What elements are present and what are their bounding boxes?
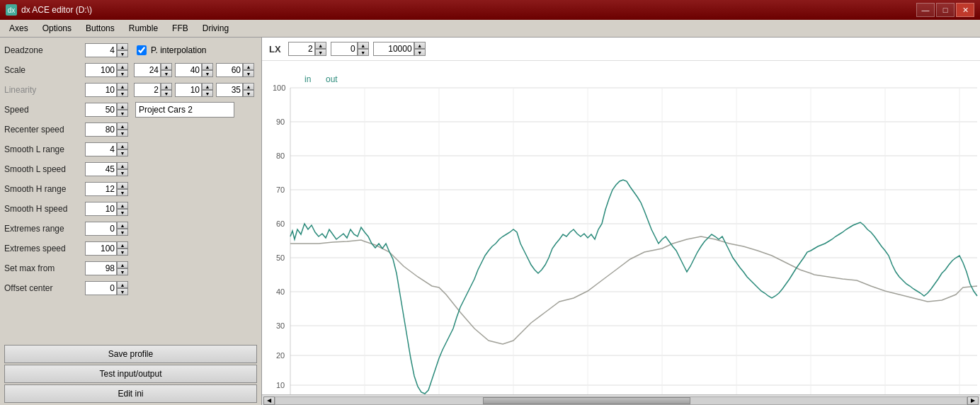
le3-down[interactable]: ▼ bbox=[243, 90, 254, 97]
oc-up[interactable]: ▲ bbox=[117, 281, 128, 288]
scale-up[interactable]: ▲ bbox=[117, 63, 128, 70]
sls-up[interactable]: ▲ bbox=[117, 162, 128, 169]
scrollbar-thumb[interactable] bbox=[483, 397, 690, 404]
er-up[interactable]: ▲ bbox=[117, 222, 128, 229]
recenter-input[interactable] bbox=[85, 122, 117, 137]
menu-rumble[interactable]: Rumble bbox=[122, 21, 164, 35]
le1-down[interactable]: ▼ bbox=[161, 90, 172, 97]
spd-up[interactable]: ▲ bbox=[117, 103, 128, 110]
extremes-s-input[interactable] bbox=[85, 241, 117, 256]
sm-up[interactable]: ▲ bbox=[117, 261, 128, 268]
scrollbar-track[interactable] bbox=[275, 397, 967, 405]
rc-up[interactable]: ▲ bbox=[117, 122, 128, 130]
speed-input[interactable] bbox=[85, 103, 117, 117]
interpolation-checkbox[interactable] bbox=[137, 45, 147, 55]
linearity-row: Linearity ▲▼ ▲▼ ▲▼ ▲▼ bbox=[4, 80, 257, 100]
cp1-down[interactable]: ▼ bbox=[315, 49, 326, 56]
cp1-up[interactable]: ▲ bbox=[315, 42, 326, 49]
menu-options[interactable]: Options bbox=[36, 21, 78, 35]
cp2-up[interactable]: ▲ bbox=[358, 42, 369, 49]
scale-row: Scale ▲ ▼ ▲▼ ▲▼ bbox=[4, 60, 257, 80]
test-input-button[interactable]: Test input/output bbox=[4, 365, 257, 383]
window-title: dx ACE editor (D:\) bbox=[21, 5, 92, 15]
lin-e1-input[interactable] bbox=[134, 83, 161, 97]
smooth-hr-input[interactable] bbox=[85, 182, 117, 196]
deadzone-input[interactable] bbox=[85, 43, 117, 57]
extremes-s-spinner: ▲▼ bbox=[85, 241, 128, 256]
save-profile-button[interactable]: Save profile bbox=[4, 345, 257, 363]
smooth-lr-input[interactable] bbox=[85, 142, 117, 156]
menu-axes[interactable]: Axes bbox=[3, 21, 35, 35]
se1-down[interactable]: ▼ bbox=[161, 70, 172, 77]
scale-input[interactable] bbox=[85, 63, 117, 77]
scroll-right-button[interactable]: ▶ bbox=[967, 397, 979, 405]
slr-down[interactable]: ▼ bbox=[117, 149, 128, 156]
deadzone-down[interactable]: ▼ bbox=[117, 50, 128, 57]
edit-ini-button[interactable]: Edit ini bbox=[4, 384, 257, 403]
cp3-down[interactable]: ▼ bbox=[414, 49, 426, 56]
speed-dropdown[interactable]: Project Cars 2 bbox=[135, 102, 234, 118]
es-up[interactable]: ▲ bbox=[117, 241, 128, 249]
chart-param3-input[interactable] bbox=[373, 42, 414, 56]
chart-p1-spinner: ▲▼ bbox=[288, 42, 326, 56]
le2-down[interactable]: ▼ bbox=[202, 90, 213, 97]
shr-up[interactable]: ▲ bbox=[117, 182, 128, 189]
rc-down[interactable]: ▼ bbox=[117, 130, 128, 137]
menu-driving[interactable]: Driving bbox=[196, 21, 235, 35]
se2-down[interactable]: ▼ bbox=[202, 70, 213, 77]
slr-up[interactable]: ▲ bbox=[117, 142, 128, 149]
oc-down[interactable]: ▼ bbox=[117, 288, 128, 295]
spd-down[interactable]: ▼ bbox=[117, 110, 128, 117]
lin-e2-input[interactable] bbox=[175, 83, 202, 97]
close-button[interactable]: ✕ bbox=[956, 3, 974, 17]
shs-down[interactable]: ▼ bbox=[117, 209, 128, 216]
cp3-up[interactable]: ▲ bbox=[414, 42, 426, 49]
lin-e1: ▲▼ bbox=[134, 83, 172, 97]
le3-up[interactable]: ▲ bbox=[243, 83, 254, 90]
sls-down[interactable]: ▼ bbox=[117, 169, 128, 176]
er-down[interactable]: ▼ bbox=[117, 229, 128, 236]
minimize-button[interactable]: — bbox=[916, 3, 935, 17]
maximize-button[interactable]: □ bbox=[936, 3, 955, 17]
smooth-lr-row: Smooth L range ▲▼ bbox=[4, 139, 257, 159]
lin-e3: ▲▼ bbox=[216, 83, 254, 97]
se3-down[interactable]: ▼ bbox=[243, 70, 254, 77]
scale-down[interactable]: ▼ bbox=[117, 70, 128, 77]
shs-up[interactable]: ▲ bbox=[117, 202, 128, 209]
scale-extra2-input[interactable] bbox=[175, 63, 202, 77]
sm-down[interactable]: ▼ bbox=[117, 268, 128, 275]
se3-up[interactable]: ▲ bbox=[243, 63, 254, 70]
linearity-input[interactable] bbox=[85, 83, 117, 97]
le1-up[interactable]: ▲ bbox=[161, 83, 172, 90]
smooth-hs-input[interactable] bbox=[85, 202, 117, 216]
recenter-row: Recenter speed ▲▼ bbox=[4, 120, 257, 139]
menu-ffb[interactable]: FFB bbox=[166, 21, 195, 35]
set-max-input[interactable] bbox=[85, 261, 117, 275]
lin-up[interactable]: ▲ bbox=[117, 83, 128, 90]
offset-label: Offset center bbox=[4, 283, 82, 293]
es-down[interactable]: ▼ bbox=[117, 249, 128, 256]
smooth-ls-input[interactable] bbox=[85, 162, 117, 176]
chart-param1-input[interactable] bbox=[288, 42, 315, 56]
scroll-left-button[interactable]: ◀ bbox=[263, 397, 275, 405]
deadzone-up[interactable]: ▲ bbox=[117, 43, 128, 50]
menu-buttons[interactable]: Buttons bbox=[79, 21, 121, 35]
scale-extra3-input[interactable] bbox=[216, 63, 243, 77]
lin-e3-input[interactable] bbox=[216, 83, 243, 97]
shr-down[interactable]: ▼ bbox=[117, 189, 128, 196]
scale-extra2-spinner: ▲▼ bbox=[175, 63, 213, 77]
le2-up[interactable]: ▲ bbox=[202, 83, 213, 90]
offset-input[interactable] bbox=[85, 281, 117, 295]
linearity-extra: ▲▼ ▲▼ ▲▼ bbox=[134, 83, 254, 97]
smooth-hr-label: Smooth H range bbox=[4, 184, 82, 194]
cp2-down[interactable]: ▼ bbox=[358, 49, 369, 56]
chart-param2-input[interactable] bbox=[331, 42, 358, 56]
extremes-r-label: Extremes range bbox=[4, 224, 82, 234]
lin-down[interactable]: ▼ bbox=[117, 90, 128, 97]
chart-p3-spinner: ▲▼ bbox=[373, 42, 426, 56]
svg-text:70: 70 bbox=[276, 186, 285, 194]
scale-extra1-input[interactable] bbox=[134, 63, 161, 77]
se1-up[interactable]: ▲ bbox=[161, 63, 172, 70]
se2-up[interactable]: ▲ bbox=[202, 63, 213, 70]
extremes-r-input[interactable] bbox=[85, 222, 117, 236]
